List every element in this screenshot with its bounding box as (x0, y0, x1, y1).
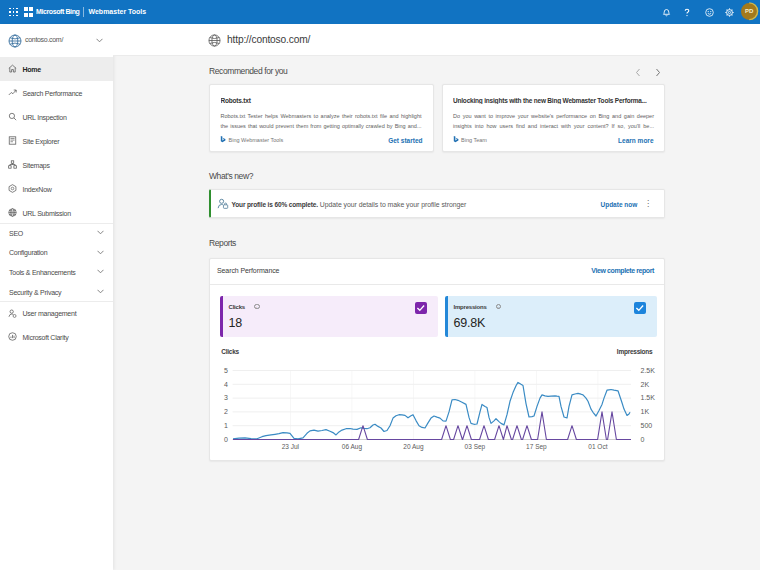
svg-text:1K: 1K (641, 408, 650, 415)
svg-text:0: 0 (641, 436, 645, 443)
svg-text:17 Sep: 17 Sep (526, 443, 547, 451)
svg-text:5: 5 (224, 367, 228, 374)
svg-text:1.5K: 1.5K (641, 394, 656, 401)
svg-text:06 Aug: 06 Aug (342, 443, 363, 451)
svg-text:4: 4 (224, 381, 228, 388)
svg-text:3: 3 (224, 394, 228, 401)
svg-text:0: 0 (224, 436, 228, 443)
svg-text:2: 2 (224, 408, 228, 415)
svg-text:03 Sep: 03 Sep (465, 443, 486, 451)
svg-text:500: 500 (641, 422, 653, 429)
svg-text:20 Aug: 20 Aug (403, 443, 424, 451)
svg-text:23 Jul: 23 Jul (282, 443, 300, 450)
svg-text:1: 1 (224, 422, 228, 429)
svg-text:2.5K: 2.5K (641, 367, 656, 374)
svg-text:2K: 2K (641, 381, 650, 388)
svg-text:01 Oct: 01 Oct (588, 443, 607, 450)
